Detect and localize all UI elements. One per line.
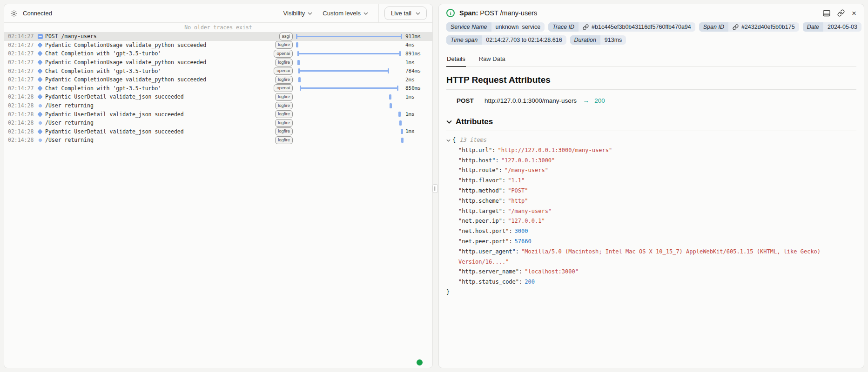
duration-bar	[296, 42, 298, 47]
json-attribute-line: "http.user_agent":"Mozilla/5.0 (Macintos…	[458, 247, 856, 267]
panel-resize-handle[interactable]	[432, 184, 438, 193]
trace-row[interactable]: 02:14:27 Pydantic CompletionUsage valida…	[4, 41, 432, 50]
live-tail-dropdown[interactable]: Live tail	[384, 7, 427, 20]
row-duration: 913ms	[405, 33, 430, 40]
trace-row[interactable]: 02:14:28 /User returning logfire	[4, 119, 432, 127]
chevron-down-icon	[416, 12, 420, 15]
trace-row[interactable]: 02:14:27 Pydantic CompletionUsage valida…	[4, 58, 432, 67]
json-key: "http.target"	[458, 208, 502, 214]
row-duration: 1ms	[405, 111, 430, 117]
scope-tag: openai	[274, 84, 293, 92]
copy-link-icon[interactable]	[837, 9, 845, 17]
row-timeline	[296, 101, 402, 110]
row-timestamp: 02:14:28	[8, 128, 35, 135]
chevron-down-icon	[363, 12, 368, 15]
json-key: "http.route"	[458, 167, 499, 173]
row-timeline	[296, 32, 402, 41]
span-diamond-icon	[37, 129, 42, 134]
badge-value: #2432d40ef5b0b175	[741, 24, 795, 30]
log-dot-icon	[39, 139, 42, 142]
row-span-name: /User returning	[45, 120, 271, 126]
dock-panel-icon[interactable]	[823, 10, 830, 17]
row-timeline	[296, 119, 402, 127]
trace-row[interactable]: 02:14:28 Pydantic UserDetail validate_js…	[4, 110, 432, 119]
json-key: "http.user_agent"	[458, 248, 516, 255]
meta-badge: Span ID #2432d40ef5b0b175	[699, 22, 799, 32]
json-attribute-line: "http.status_code":200	[458, 277, 856, 287]
meta-badge: Trace ID #b1c445ef3b0b43116df5760ffb470a…	[548, 22, 695, 32]
json-value: "http://127.0.0.1:3000/many-users"	[498, 147, 612, 153]
row-timeline	[296, 49, 402, 58]
trace-row[interactable]: 02:14:28 Pydantic UserDetail validate_js…	[4, 93, 432, 101]
live-tail-cell: Live tail	[378, 4, 432, 22]
json-value: "/many-users"	[505, 167, 548, 173]
json-key: "net.peer.ip"	[458, 218, 502, 224]
row-timeline	[296, 66, 402, 75]
json-key: "net.host.port"	[458, 228, 509, 234]
json-value: "http"	[508, 198, 528, 204]
json-attribute-line: "http.route":"/many-users"	[458, 166, 856, 176]
duration-bar	[297, 53, 401, 54]
collapse-icon[interactable]	[38, 34, 43, 39]
detail-tabs: Details Raw Data	[446, 52, 856, 67]
row-timestamp: 02:14:28	[8, 111, 35, 118]
badges-row-2: Time span 02:14:27.703 to 02:14:28.616 D…	[446, 35, 856, 45]
json-attribute-line: "http.target":"/many-users"	[458, 206, 856, 217]
json-key: "http.url"	[458, 147, 492, 153]
tab-details[interactable]: Details	[446, 52, 466, 67]
duration-bar	[298, 77, 301, 82]
logfire-app: Connected Visibility Custom levels	[0, 0, 868, 372]
scope-tag: logfire	[275, 119, 293, 127]
json-key: "http.method"	[458, 187, 502, 194]
visibility-dropdown[interactable]: Visibility	[283, 10, 313, 17]
trace-row[interactable]: 02:14:28 /User returning logfire	[4, 136, 432, 145]
http-request-line: POST http://127.0.0.1:3000/many-users → …	[446, 97, 856, 104]
row-timestamp: 02:14:27	[8, 42, 35, 48]
row-span-name: Chat Completion with 'gpt-3.5-turbo'	[45, 50, 271, 57]
trace-row[interactable]: 02:14:28 Pydantic UserDetail validate_js…	[4, 127, 432, 136]
link-icon[interactable]	[583, 24, 589, 30]
link-icon[interactable]	[733, 24, 739, 30]
collapse-chevron-icon[interactable]	[446, 120, 452, 124]
row-timeline	[296, 110, 402, 119]
row-span-name: Pydantic CompletionUsage validate_python…	[45, 76, 271, 83]
badge-label: Service Name	[446, 22, 491, 32]
close-icon[interactable]: ×	[852, 9, 856, 17]
row-span-name: Pydantic CompletionUsage validate_python…	[45, 59, 271, 66]
log-dot-icon	[39, 121, 42, 125]
json-value: "POST"	[508, 187, 528, 194]
trace-row[interactable]: 02:14:27 Chat Completion with 'gpt-3.5-t…	[4, 66, 432, 75]
http-status-code: 200	[594, 97, 605, 104]
row-timestamp: 02:14:27	[8, 50, 35, 57]
scope-tag: logfire	[275, 93, 293, 101]
items-count: 13 items	[460, 135, 487, 146]
scope-tag: logfire	[275, 59, 293, 66]
trace-row[interactable]: 02:14:27 Chat Completion with 'gpt-3.5-t…	[4, 84, 432, 93]
json-value: "/many-users"	[508, 208, 552, 214]
custom-levels-dropdown[interactable]: Custom levels	[323, 10, 368, 17]
tab-raw-data[interactable]: Raw Data	[478, 52, 506, 66]
json-entries: "http.url":"http://127.0.0.1:3000/many-u…	[446, 146, 856, 287]
trace-row[interactable]: 02:14:27 Chat Completion with 'gpt-3.5-t…	[4, 49, 432, 58]
chevron-down-icon	[308, 12, 312, 15]
json-attribute-line: "http.server_name":"localhost:3000"	[458, 267, 856, 277]
json-attribute-line: "http.scheme":"http"	[458, 196, 856, 206]
badge-value: 2024-05-03	[828, 24, 857, 30]
row-timeline	[296, 93, 402, 101]
meta-badge: Service Name unknown_service	[446, 22, 545, 32]
trace-row[interactable]: 02:14:28 /User returning logfire	[4, 101, 432, 110]
json-collapse-icon[interactable]	[446, 139, 451, 142]
open-brace: {	[452, 135, 456, 146]
json-attribute-line: "http.url":"http://127.0.0.1:3000/many-u…	[458, 146, 856, 156]
badge-value: 913ms	[605, 37, 622, 43]
badge-label: Trace ID	[548, 22, 579, 32]
duration-bar	[296, 36, 402, 37]
http-url: http://127.0.0.1:3000/many-users	[484, 97, 577, 104]
settings-gear-icon[interactable]	[10, 10, 18, 17]
trace-row[interactable]: 02:14:27 POST /many-users asgi 913ms	[4, 32, 432, 41]
trace-row[interactable]: 02:14:27 Pydantic CompletionUsage valida…	[4, 75, 432, 84]
row-span-name: /User returning	[45, 102, 271, 109]
scope-tag: openai	[274, 50, 293, 58]
meta-badge: Date 2024-05-03	[803, 22, 861, 32]
row-span-name: POST /many-users	[45, 33, 271, 40]
